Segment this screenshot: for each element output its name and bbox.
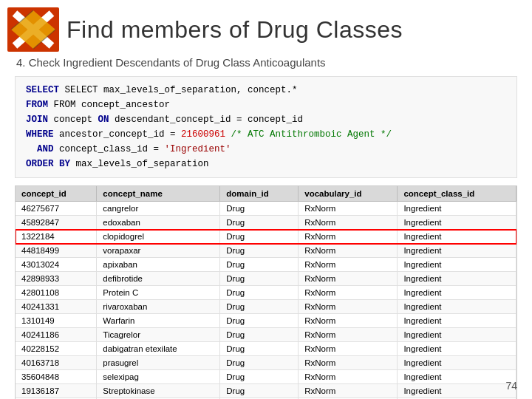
- results-table-container: concept_id concept_name domain_id vocabu…: [15, 185, 517, 399]
- table-cell: vorapaxar: [97, 244, 220, 258]
- col-vocabulary-id: vocabulary_id: [299, 186, 398, 202]
- table-cell: 44818499: [16, 244, 97, 258]
- table-row: 35604848selexipagDrugRxNormIngredient: [16, 370, 516, 384]
- table-cell: Drug: [220, 272, 299, 286]
- results-table: concept_id concept_name domain_id vocabu…: [16, 186, 516, 399]
- table-cell: Ingredient: [398, 370, 516, 384]
- table-cell: 1322184: [16, 230, 97, 244]
- code-line-6: ORDER BY max_levels_of_separation: [26, 157, 506, 171]
- table-row: 45892847edoxabanDrugRxNormIngredient: [16, 216, 516, 230]
- table-cell: 43013024: [16, 258, 97, 272]
- table-cell: 42898933: [16, 272, 97, 286]
- header: Find members of Drug Classes: [0, 0, 532, 56]
- table-cell: Drug: [220, 244, 299, 258]
- table-cell: 19136187: [16, 384, 97, 398]
- col-concept-class-id: concept_class_id: [398, 186, 516, 202]
- table-cell: Drug: [220, 384, 299, 398]
- table-cell: RxNorm: [299, 230, 398, 244]
- table-cell: prasugrel: [97, 356, 220, 370]
- code-line-3: JOIN concept ON descendant_concept_id = …: [26, 112, 506, 127]
- main-content: 4. Check Ingredient Descendants of Drug …: [0, 56, 532, 399]
- table-cell: Drug: [220, 230, 299, 244]
- table-cell: Ingredient: [398, 202, 516, 216]
- table-row: 43013024apixabanDrugRxNormIngredient: [16, 258, 516, 272]
- table-cell: Streptokinase: [97, 384, 220, 398]
- table-cell: 46275677: [16, 202, 97, 216]
- table-cell: Drug: [220, 216, 299, 230]
- col-concept-id: concept_id: [16, 186, 97, 202]
- table-row: 42801108Protein CDrugRxNormIngredient: [16, 286, 516, 300]
- table-cell: RxNorm: [299, 216, 398, 230]
- table-cell: RxNorm: [299, 300, 398, 314]
- table-cell: Ingredient: [398, 328, 516, 342]
- table-cell: 45892847: [16, 216, 97, 230]
- code-line-4: WHERE ancestor_concept_id = 21600961 /* …: [26, 127, 506, 142]
- table-cell: Drug: [220, 370, 299, 384]
- table-cell: RxNorm: [299, 384, 398, 398]
- table-cell: Ingredient: [398, 216, 516, 230]
- table-cell: Ingredient: [398, 230, 516, 244]
- table-cell: Drug: [220, 286, 299, 300]
- table-cell: Drug: [220, 202, 299, 216]
- table-cell: RxNorm: [299, 342, 398, 356]
- table-row: 19136187StreptokinaseDrugRxNormIngredien…: [16, 384, 516, 398]
- code-line-1: SELECT SELECT max_levels_of_separation, …: [26, 83, 506, 98]
- code-block: SELECT SELECT max_levels_of_separation, …: [15, 76, 517, 178]
- code-line-2: FROM FROM concept_ancestor: [26, 98, 506, 112]
- table-cell: 40241186: [16, 328, 97, 342]
- table-row: 1322184clopidogrelDrugRxNormIngredient: [16, 230, 516, 244]
- table-cell: RxNorm: [299, 314, 398, 328]
- table-cell: 40241331: [16, 300, 97, 314]
- code-line-5: AND concept_class_id = 'Ingredient': [26, 142, 506, 157]
- table-cell: Ingredient: [398, 384, 516, 398]
- logo-icon: [7, 7, 59, 52]
- table-cell: Ingredient: [398, 356, 516, 370]
- table-cell: Drug: [220, 314, 299, 328]
- table-body: 46275677cangrelorDrugRxNormIngredient458…: [16, 202, 516, 400]
- table-cell: Drug: [220, 258, 299, 272]
- table-cell: RxNorm: [299, 258, 398, 272]
- table-cell: Protein C: [97, 286, 220, 300]
- table-cell: RxNorm: [299, 202, 398, 216]
- table-row: 40241331rivaroxabanDrugRxNormIngredient: [16, 300, 516, 314]
- table-cell: RxNorm: [299, 244, 398, 258]
- table-cell: RxNorm: [299, 370, 398, 384]
- table-cell: cangrelor: [97, 202, 220, 216]
- col-concept-name: concept_name: [97, 186, 220, 202]
- table-cell: rivaroxaban: [97, 300, 220, 314]
- subtitle: 4. Check Ingredient Descendants of Drug …: [15, 56, 517, 69]
- table-cell: 40163718: [16, 356, 97, 370]
- table-cell: apixaban: [97, 258, 220, 272]
- table-cell: Ingredient: [398, 342, 516, 356]
- table-cell: Ingredient: [398, 286, 516, 300]
- table-row: 46275677cangrelorDrugRxNormIngredient: [16, 202, 516, 216]
- table-cell: Ticagrelor: [97, 328, 220, 342]
- table-cell: Drug: [220, 300, 299, 314]
- table-cell: RxNorm: [299, 286, 398, 300]
- table-cell: defibrotide: [97, 272, 220, 286]
- table-cell: Ingredient: [398, 272, 516, 286]
- table-cell: 42801108: [16, 286, 97, 300]
- table-cell: Ingredient: [398, 244, 516, 258]
- table-cell: selexipag: [97, 370, 220, 384]
- table-cell: Warfarin: [97, 314, 220, 328]
- table-row: 40163718prasugrelDrugRxNormIngredient: [16, 356, 516, 370]
- table-row: 40228152dabigatran etexilateDrugRxNormIn…: [16, 342, 516, 356]
- page-title: Find members of Drug Classes: [66, 16, 403, 44]
- table-cell: clopidogrel: [97, 230, 220, 244]
- col-domain-id: domain_id: [220, 186, 299, 202]
- table-cell: Drug: [220, 342, 299, 356]
- table-cell: 1310149: [16, 314, 97, 328]
- table-row: 40241186TicagrelorDrugRxNormIngredient: [16, 328, 516, 342]
- table-row: 1310149WarfarinDrugRxNormIngredient: [16, 314, 516, 328]
- table-row: 42898933defibrotideDrugRxNormIngredient: [16, 272, 516, 286]
- table-cell: 35604848: [16, 370, 97, 384]
- page-number: 74: [505, 380, 517, 392]
- table-cell: dabigatran etexilate: [97, 342, 220, 356]
- table-cell: Drug: [220, 328, 299, 342]
- table-cell: Ingredient: [398, 258, 516, 272]
- table-cell: 40228152: [16, 342, 97, 356]
- table-cell: RxNorm: [299, 356, 398, 370]
- table-cell: RxNorm: [299, 328, 398, 342]
- table-header-row: concept_id concept_name domain_id vocabu…: [16, 186, 516, 202]
